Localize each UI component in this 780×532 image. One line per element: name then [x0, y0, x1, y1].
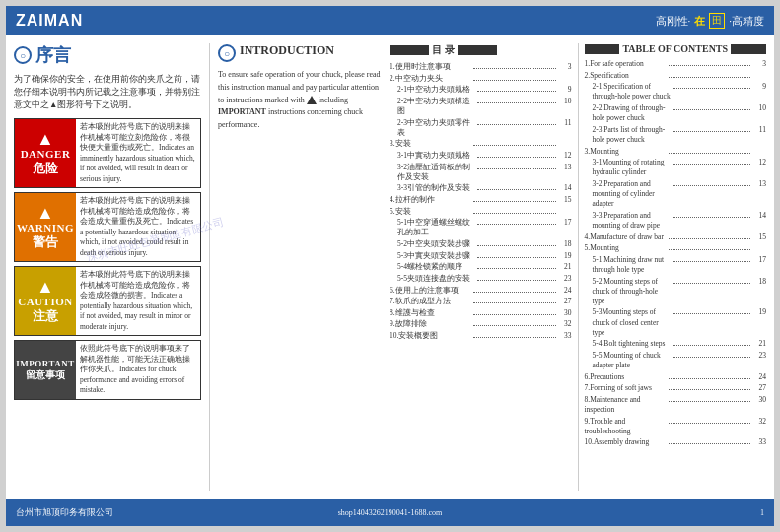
toc-zh-item-10: 10.安装概要图 33 [390, 331, 572, 341]
toc-en-item-8: 8.Maintenance and inspection 30 [585, 395, 767, 415]
toc-zh-item-5-2: 5-2中空夹頭安裝步骤 18 [390, 239, 572, 249]
toc-zh-item-9: 9.故障排除 32 [390, 319, 572, 329]
toc-en-item-5: 5.Mounting [585, 243, 767, 253]
footer-website: shop14043262190041-1688.com [338, 508, 443, 517]
caution-en: CAUTION [18, 296, 72, 307]
toc-en-item-3: 3.Mounting [585, 147, 767, 157]
content-area: 深圳市旺旺包装制造有限公司 ○ 序言 为了确保你的安全，在使用前你的夹爪之前，请… [6, 35, 774, 499]
danger-triangle: ▲ [36, 130, 54, 148]
toc-en-item-5-4: 5-4 Bolt tightening steps 21 [585, 339, 767, 349]
left-column: ○ 序言 为了确保你的安全，在使用前你的夹爪之前，请您仔细本说明书内所记载之注意… [14, 43, 201, 491]
danger-box: ▲ DANGER 危险 若本吸附此符号底下的说明来操作机械将可能立刻危险你，将很… [14, 118, 201, 188]
caution-desc: 若本吸附此符号底下的说明来操作机械将可能给造成危险你，将会造成轻微的损害。Ind… [76, 267, 200, 335]
warning-triangle: ▲ [36, 204, 54, 222]
important-en: IMPORTANT [16, 359, 75, 368]
toc-en-item-5-1: 5-1 Machining draw nut through hole type… [585, 255, 767, 275]
toc-zh-item-3-2: 3-2油壓缸适筒板的制作及安装 13 [390, 163, 572, 182]
toc-zh-item-2-1: 2-1中空动力夹頭规格 9 [390, 85, 572, 95]
footer-company: 台州市旭顶印务有限公司 [16, 506, 113, 519]
preface-title: ○ 序言 [14, 43, 201, 67]
important-desc: 依照此符号底下的说明事项来了解机器性能，可能无法正确地操作你夹爪。Indicat… [76, 341, 200, 399]
toc-chinese: 目 录 1.使用时注意事项 3 2.中空动力夹头 [390, 43, 572, 491]
outer-border: ZAIMAN 高刚性· 在 田 ·高精度 深圳市旺旺包装制造有限公司 ○ 序言 … [0, 0, 780, 532]
toc-en-item-1: 1.For safe operation 3 [585, 59, 767, 69]
toc-zh-item-5-1: 5-1中空穿通螺丝螺纹孔的加工 17 [390, 218, 572, 237]
toc-english: TABLE OF CONTENTS 1.For safe operation 3… [578, 43, 767, 491]
right-area: 目 录 1.使用时注意事项 3 2.中空动力夹头 [390, 43, 766, 491]
toc-en-item-7: 7.Forming of soft jaws 27 [585, 383, 767, 393]
toc-zh-header: 目 录 [390, 43, 572, 57]
toc-en-item-3-3: 3-3 Preparation and mounting of draw pip… [585, 211, 767, 231]
danger-zh: 危险 [33, 160, 58, 177]
toc-zh-bar-left [390, 45, 429, 55]
caution-label: ▲ CAUTION 注意 [15, 267, 76, 335]
logo-text: ZAIMAN [16, 12, 83, 30]
warning-desc: 若本吸附此符号底下的说明来操作机械将可能给造成危险你，将会造成大量重伤及死亡。I… [76, 193, 200, 261]
logo-area: ZAIMAN [16, 12, 83, 30]
toc-zh-item-1: 1.使用时注意事项 3 [390, 62, 572, 72]
toc-en-item-5-5: 5-5 Mounting of chuck adapter plate 23 [585, 351, 767, 370]
toc-en-item-2: 2.Specification [585, 71, 767, 81]
intro-body: To ensure safe operation of your chuck, … [218, 69, 382, 132]
tagline-post: ·高精度 [729, 14, 764, 29]
toc-en-items: 1.For safe operation 3 2.Specification 2… [585, 59, 767, 448]
toc-en-bar-left [585, 44, 620, 54]
middle-column: ○ INTRODUCTION To ensure safe operation … [209, 43, 382, 491]
toc-en-item-9: 9.Trouble and troubleshooting 32 [585, 417, 767, 436]
danger-en: DANGER [21, 148, 71, 160]
footer: 台州市旭顶印务有限公司 shop14043262190041-1688.com … [6, 499, 774, 526]
toc-zh-item-6: 6.使用上的注意事项 24 [390, 286, 572, 296]
toc-en-title: TABLE OF CONTENTS [622, 43, 728, 54]
header-tagline: 高刚性· 在 田 ·高精度 [656, 13, 765, 29]
intro-circle-icon: ○ [218, 44, 236, 62]
toc-zh-item-3: 3.安装 [390, 139, 572, 149]
toc-zh-item-4: 4.拉杆的制作 15 [390, 195, 572, 205]
toc-zh-item-3-3: 3-3引管的制作及安装 14 [390, 183, 572, 193]
warning-en: WARNING [17, 222, 74, 233]
toc-en-item-5-3: 5-3Mounting steps of chuck of closed cen… [585, 307, 767, 337]
toc-zh-bar-right [458, 45, 497, 55]
caution-triangle: ▲ [36, 278, 54, 296]
warning-boxes: ▲ DANGER 危险 若本吸附此符号底下的说明来操作机械将可能立刻危险你，将很… [14, 118, 201, 400]
toc-zh-items: 1.使用时注意事项 3 2.中空动力夹头 2-1中空动力夹頭规格 [390, 62, 572, 341]
toc-zh-item-5-3: 5-3中實夹頭安裝步骤 19 [390, 251, 572, 261]
toc-zh-item-5: 5.安装 [390, 207, 572, 217]
tagline-mid: 在 [694, 14, 705, 29]
important-box: IMPORTANT 留意事项 依照此符号底下的说明事项来了解机器性能，可能无法正… [14, 340, 201, 400]
intro-triangle-icon [307, 96, 317, 104]
toc-en-item-5-2: 5-2 Mounting steps of chuck of through-h… [585, 277, 767, 306]
footer-page: 1 [760, 508, 764, 517]
toc-en-item-2-1: 2-1 Specification of through-hole power … [585, 82, 767, 101]
caution-zh: 注意 [33, 307, 58, 325]
toc-en-header: TABLE OF CONTENTS [585, 43, 767, 54]
toc-en-item-3-2: 3-2 Preparation and mounting of cylinder… [585, 179, 767, 209]
toc-en-item-2-2: 2-2 Drawing of through-hole power chuck … [585, 103, 767, 123]
toc-en-item-6: 6.Precautions 24 [585, 372, 767, 382]
toc-en-bar-right [731, 44, 766, 54]
toc-zh-item-7: 7.软爪的成型方法 27 [390, 297, 572, 306]
toc-zh-item-2-2: 2-2中空动力夹頭構造图 10 [390, 97, 572, 116]
caution-box: ▲ CAUTION 注意 若本吸附此符号底下的说明来操作机械将可能给造成危险你，… [14, 266, 201, 336]
warning-label: ▲ WARNING 警告 [15, 193, 76, 261]
tagline-pre: 高刚性· [656, 14, 691, 29]
important-label: IMPORTANT 留意事项 [15, 341, 76, 399]
important-zh: 留意事项 [26, 368, 65, 382]
toc-zh-item-5-4: 5-4螺栓锁紧的顺序 21 [390, 262, 572, 272]
circle-icon: ○ [14, 46, 32, 64]
main-container: ZAIMAN 高刚性· 在 田 ·高精度 深圳市旺旺包装制造有限公司 ○ 序言 … [6, 6, 774, 526]
danger-desc: 若本吸附此符号底下的说明来操作机械将可能立刻危险你，将很快便大量重伤或死亡。In… [76, 119, 200, 187]
warning-zh: 警告 [33, 233, 58, 251]
preface-body: 为了确保你的安全，在使用前你的夹爪之前，请您仔细本说明书内所记载之注意事项，并特… [14, 73, 201, 110]
header: ZAIMAN 高刚性· 在 田 ·高精度 [6, 6, 774, 35]
toc-en-item-2-3: 2-3 Parts list of through-hole power chu… [585, 125, 767, 145]
intro-bold: IMPORTANT [218, 107, 266, 116]
toc-zh-item-5-5: 5-5夹頭连接盘的安装 23 [390, 274, 572, 284]
toc-zh-item-8: 8.维護与检查 30 [390, 308, 572, 318]
intro-title: INTRODUCTION [240, 43, 334, 58]
warning-box: ▲ WARNING 警告 若本吸附此符号底下的说明来操作机械将可能给造成危险你，… [14, 192, 201, 262]
toc-en-item-3-1: 3-1Mounting of rotating hydraulic cylind… [585, 158, 767, 177]
toc-zh-item-3-1: 3-1中實动力夹頭规格 12 [390, 151, 572, 161]
toc-en-item-10: 10.Assembly drawing 33 [585, 437, 767, 447]
toc-zh-title: 目 录 [432, 43, 455, 57]
tagline-icon: 田 [709, 13, 725, 29]
